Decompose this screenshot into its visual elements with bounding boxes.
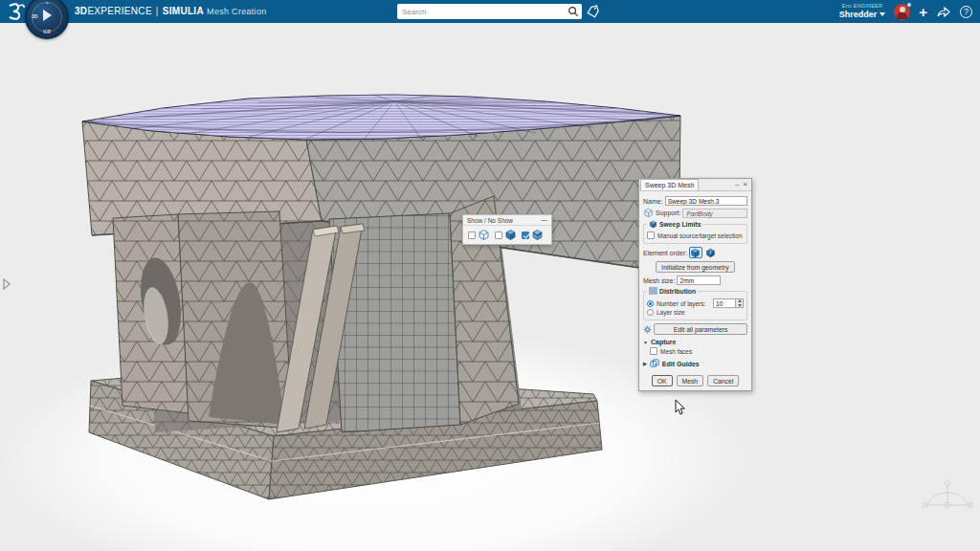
manual-selection-checkbox[interactable] (647, 231, 655, 239)
mesh-cube-icon[interactable] (531, 229, 544, 241)
mouse-cursor-icon (674, 399, 687, 418)
element-order-quadratic-option[interactable] (704, 247, 718, 258)
solid-visibility-group (495, 229, 517, 241)
support-value[interactable]: PartBody (682, 209, 747, 218)
user-avatar[interactable] (894, 4, 910, 20)
section-collapsed-icon: ▶ (643, 361, 647, 366)
dialog-titlebar[interactable]: Sweep 3D Mesh – × (639, 179, 751, 191)
name-input[interactable] (665, 196, 747, 206)
number-of-layers-label: Number of layers: (657, 300, 705, 307)
mesh-model (82, 95, 680, 499)
compass-vr-label: V.R (43, 29, 51, 34)
support-cube-icon (643, 208, 654, 218)
avatar-body-icon (897, 12, 907, 19)
dialog-title: Sweep 3D Mesh (640, 179, 699, 190)
ok-button[interactable]: OK (652, 375, 673, 386)
mesh-visibility-group (522, 229, 544, 241)
dialog-actions: OK Mesh Cancel (642, 373, 748, 386)
edit-guides-section-header[interactable]: ▶ Edit Guides (643, 359, 747, 368)
mesh-faces-checkbox[interactable] (650, 347, 657, 355)
title-separator: | (156, 6, 159, 16)
mesh-size-label: Mesh size: (643, 277, 675, 284)
spin-down-icon[interactable] (738, 304, 742, 307)
compass-3d-label: 3D (32, 13, 37, 19)
mesh-visibility-checkbox[interactable] (522, 231, 529, 239)
distribution-title: Distribution (659, 288, 696, 295)
palette-title: Show / No Show (467, 217, 513, 224)
search-bar (397, 4, 582, 19)
panel-expander-icon[interactable] (1, 276, 12, 292)
minimize-icon[interactable]: – (735, 181, 739, 188)
mesh-button[interactable]: Mesh (677, 375, 704, 386)
palette-body (463, 226, 551, 244)
capture-title: Capture (651, 339, 676, 345)
initialize-from-geometry-button[interactable]: Initialize from geometry (656, 261, 734, 273)
section-expanded-icon: ▼ (643, 340, 648, 345)
add-button[interactable]: + (919, 5, 927, 19)
manual-selection-label: Manual source/target selection (657, 232, 743, 239)
edit-parameters-icon (643, 325, 652, 334)
status-dot (906, 2, 912, 8)
layer-size-label: Layer size (657, 309, 685, 316)
linear-element-cube-icon (690, 248, 701, 258)
compass-north-icon: ✦ (45, 0, 49, 6)
show-noshow-palette: Show / No Show — (462, 214, 552, 245)
quadratic-element-cube-icon (705, 248, 716, 258)
user-identity[interactable]: Eric ENGINEER Shredder (839, 4, 886, 19)
play-icon (43, 10, 52, 21)
top-bar: ✦ 3D V.R 3DEXPERIENCE|SIMULIA Mesh Creat… (0, 0, 980, 23)
help-button[interactable]: ? (960, 6, 972, 18)
spin-up-icon[interactable] (738, 299, 742, 302)
3ds-logo-icon[interactable] (6, 2, 27, 21)
palette-minimize-icon[interactable]: — (542, 217, 548, 224)
product-name: SIMULIA (163, 6, 204, 16)
app-title: 3DEXPERIENCE|SIMULIA Mesh Creation (75, 6, 267, 16)
chevron-down-icon (880, 12, 885, 16)
edit-guides-icon (650, 359, 659, 368)
distribution-layers-icon (649, 287, 657, 295)
sweep-limits-icon (649, 220, 657, 229)
support-label: Support: (656, 209, 680, 216)
wireframe-visibility-checkbox[interactable] (468, 231, 476, 239)
sweep-limits-group: Sweep Limits Manual source/target select… (643, 224, 747, 244)
topbar-user-cluster: Eric ENGINEER Shredder + ? (839, 0, 972, 23)
workspace-name: Shredder (839, 11, 878, 19)
mesh-faces-label: Mesh faces (660, 348, 692, 355)
element-order-linear-option[interactable] (689, 247, 702, 258)
name-label: Name: (643, 198, 663, 205)
distribution-group: Distribution Number of layers: (643, 291, 747, 320)
solid-visibility-checkbox[interactable] (495, 231, 502, 239)
3d-viewport[interactable] (0, 0, 980, 551)
edit-all-parameters-button[interactable]: Edit all parameters (654, 323, 747, 335)
avatar-head-icon (900, 7, 905, 12)
mesh-size-input[interactable] (677, 276, 721, 285)
tag-icon[interactable] (586, 4, 601, 19)
edit-guides-label: Edit Guides (662, 361, 700, 367)
palette-titlebar[interactable]: Show / No Show — (463, 215, 551, 226)
sweep-3d-mesh-dialog: Sweep 3D Mesh – × Name: Support: PartBod… (638, 178, 752, 391)
cancel-button[interactable]: Cancel (707, 375, 739, 386)
application-window: ✦ 3D V.R 3DEXPERIENCE|SIMULIA Mesh Creat… (0, 0, 980, 551)
close-icon[interactable]: × (743, 181, 747, 188)
search-icon[interactable] (567, 5, 580, 18)
layers-spinner (713, 298, 744, 308)
capture-section-header[interactable]: ▼ Capture (643, 339, 747, 345)
brand-bold: 3D (75, 6, 87, 16)
element-order-label: Element order: (643, 250, 687, 256)
user-role-label: Eric ENGINEER (839, 4, 886, 10)
sweep-limits-title: Sweep Limits (659, 221, 701, 228)
left-pillar (113, 214, 189, 413)
arch-face (178, 211, 293, 429)
wireframe-visibility-group (468, 229, 490, 241)
layer-size-radio[interactable] (647, 309, 654, 316)
solid-cube-icon[interactable] (504, 229, 517, 241)
brand-rest: EXPERIENCE (87, 6, 151, 16)
search-input[interactable] (397, 8, 567, 16)
number-of-layers-radio[interactable] (647, 300, 654, 307)
layers-input[interactable] (713, 298, 736, 308)
view-rotation-gizmo[interactable] (919, 474, 976, 526)
wireframe-cube-icon[interactable] (478, 229, 490, 241)
page-name: Mesh Creation (207, 7, 266, 16)
share-icon[interactable] (936, 5, 951, 18)
